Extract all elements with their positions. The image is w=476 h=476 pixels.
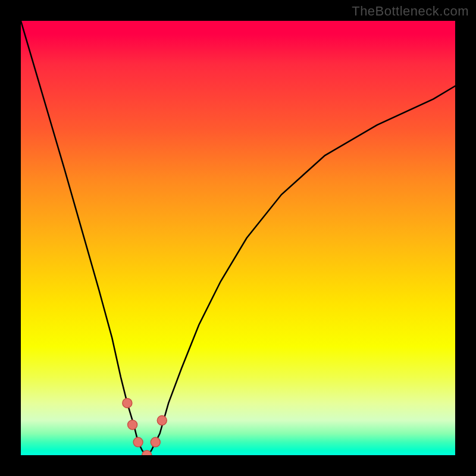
bottleneck-curve	[21, 21, 455, 455]
chart-frame: TheBottleneck.com	[0, 0, 476, 476]
highlight-dots	[123, 398, 167, 455]
highlight-dot	[128, 420, 137, 430]
watermark-text: TheBottleneck.com	[352, 4, 469, 19]
highlight-dot	[157, 416, 167, 425]
plot-area	[21, 21, 455, 455]
highlight-dot	[151, 437, 160, 447]
curve-layer	[21, 21, 455, 455]
highlight-dot	[123, 398, 132, 408]
highlight-dot	[133, 437, 143, 447]
